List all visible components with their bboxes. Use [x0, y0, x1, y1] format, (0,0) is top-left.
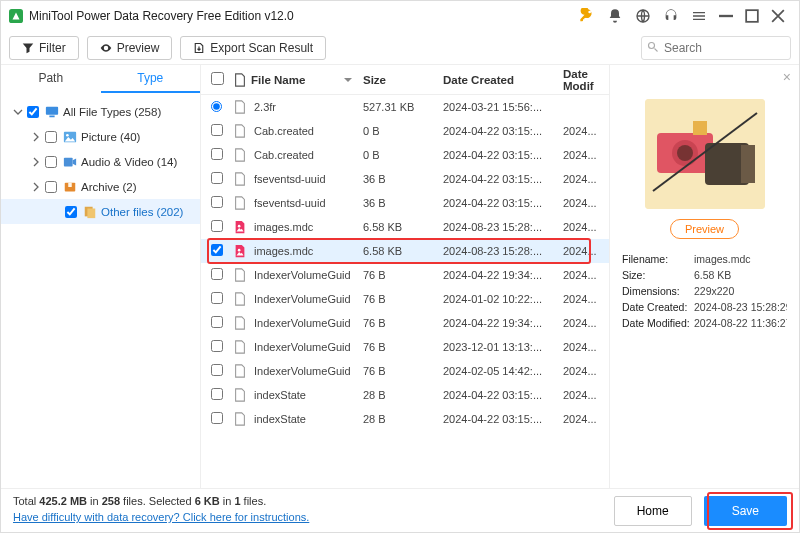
- close-preview-button[interactable]: ×: [783, 69, 791, 85]
- table-body[interactable]: 2.3fr527.31 KB2024-03-21 15:56:...Cab.cr…: [201, 95, 609, 488]
- svg-rect-9: [64, 157, 73, 166]
- status-summary: Total 425.2 MB in 258 files. Selected 6 …: [13, 495, 266, 507]
- svg-rect-3: [746, 10, 758, 22]
- row-check[interactable]: [211, 244, 223, 256]
- save-button[interactable]: Save: [704, 496, 787, 526]
- row-check[interactable]: [211, 220, 223, 232]
- file-date-modified: 2024...: [563, 125, 609, 137]
- tree-archive-check[interactable]: [45, 181, 57, 193]
- col-name-label[interactable]: File Name: [251, 74, 305, 86]
- table-row[interactable]: fseventsd-uuid36 B2024-04-22 03:15:...20…: [201, 167, 609, 191]
- table-row[interactable]: 2.3fr527.31 KB2024-03-21 15:56:...: [201, 95, 609, 119]
- tree-other-check[interactable]: [65, 206, 77, 218]
- row-check[interactable]: [211, 148, 223, 160]
- export-button[interactable]: Export Scan Result: [180, 36, 326, 60]
- globe-icon[interactable]: [635, 8, 651, 24]
- file-size: 0 B: [363, 149, 443, 161]
- table-row[interactable]: indexState28 B2024-04-22 03:15:...2024..…: [201, 407, 609, 431]
- meta-dm-v: 2024-08-22 11:36:27: [694, 317, 787, 329]
- row-check[interactable]: [211, 364, 223, 376]
- monitor-icon: [45, 105, 59, 119]
- tree-other-files[interactable]: Other files (202): [1, 199, 200, 224]
- file-size: 6.58 KB: [363, 221, 443, 233]
- tree-archive-label: Archive (2): [81, 181, 137, 193]
- file-date-created: 2024-04-22 03:15:...: [443, 389, 563, 401]
- file-size: 76 B: [363, 365, 443, 377]
- svg-point-15: [238, 249, 241, 252]
- file-icon: [233, 73, 247, 87]
- table-row[interactable]: images.mdc6.58 KB2024-08-23 15:28:...202…: [201, 215, 609, 239]
- svg-rect-13: [87, 208, 95, 218]
- file-date-modified: 2024...: [563, 173, 609, 185]
- row-check[interactable]: [211, 196, 223, 208]
- bell-icon[interactable]: [607, 8, 623, 24]
- table-row[interactable]: IndexerVolumeGuid76 B2024-04-22 19:34:..…: [201, 311, 609, 335]
- tree-picture-check[interactable]: [45, 131, 57, 143]
- tree-archive[interactable]: Archive (2): [1, 174, 200, 199]
- file-date-modified: 2024...: [563, 317, 609, 329]
- headset-icon[interactable]: [663, 8, 679, 24]
- row-check[interactable]: [211, 388, 223, 400]
- table-row[interactable]: IndexerVolumeGuid76 B2024-01-02 10:22:..…: [201, 287, 609, 311]
- type-tree: All File Types (258) Picture (40) Audio …: [1, 93, 200, 230]
- file-size: 527.31 KB: [363, 101, 443, 113]
- app-window: MiniTool Power Data Recovery Free Editio…: [0, 0, 800, 533]
- camera-film-icon: [645, 99, 765, 209]
- tree-root-check[interactable]: [27, 106, 39, 118]
- file-date-modified: 2024...: [563, 341, 609, 353]
- row-check[interactable]: [211, 172, 223, 184]
- table-row[interactable]: Cab.created0 B2024-04-22 03:15:...2024..…: [201, 119, 609, 143]
- search-input[interactable]: [641, 36, 791, 60]
- row-check[interactable]: [211, 124, 223, 136]
- file-date-modified: 2024...: [563, 197, 609, 209]
- filter-button[interactable]: Filter: [9, 36, 79, 60]
- tree-av-check[interactable]: [45, 156, 57, 168]
- table-row[interactable]: Cab.created0 B2024-04-22 03:15:...2024..…: [201, 143, 609, 167]
- table-row[interactable]: IndexerVolumeGuid76 B2023-12-01 13:13:..…: [201, 335, 609, 359]
- toolbar: Filter Preview Export Scan Result: [1, 31, 799, 65]
- key-icon[interactable]: [579, 8, 595, 24]
- svg-rect-6: [49, 115, 54, 117]
- file-date-created: 2024-02-05 14:42:...: [443, 365, 563, 377]
- maximize-icon[interactable]: [745, 9, 759, 23]
- tab-path[interactable]: Path: [1, 65, 101, 93]
- row-radio[interactable]: [211, 101, 222, 112]
- minimize-icon[interactable]: [719, 9, 733, 23]
- row-check[interactable]: [211, 316, 223, 328]
- preview-button[interactable]: Preview: [87, 36, 173, 60]
- row-check[interactable]: [211, 268, 223, 280]
- table-row[interactable]: IndexerVolumeGuid76 B2024-04-22 19:34:..…: [201, 263, 609, 287]
- help-link[interactable]: Have difficulty with data recovery? Clic…: [13, 511, 309, 523]
- file-date-modified: 2024...: [563, 269, 609, 281]
- close-icon[interactable]: [771, 9, 785, 23]
- preview-file-button[interactable]: Preview: [670, 219, 739, 239]
- picture-icon: [63, 130, 77, 144]
- tree-picture[interactable]: Picture (40): [1, 124, 200, 149]
- col-size-label[interactable]: Size: [363, 74, 443, 86]
- row-check[interactable]: [211, 412, 223, 424]
- sort-icon[interactable]: [343, 75, 353, 85]
- file-date-modified: 2024...: [563, 413, 609, 425]
- col-date-created-label[interactable]: Date Created: [443, 74, 563, 86]
- file-name: images.mdc: [254, 245, 313, 257]
- table-row[interactable]: IndexerVolumeGuid76 B2024-02-05 14:42:..…: [201, 359, 609, 383]
- table-row[interactable]: fseventsd-uuid36 B2024-04-22 03:15:...20…: [201, 191, 609, 215]
- search-field-wrap: [641, 36, 791, 60]
- table-row[interactable]: images.mdc6.58 KB2024-08-23 15:28:...202…: [201, 239, 609, 263]
- file-date-created: 2024-04-22 03:15:...: [443, 125, 563, 137]
- tab-type[interactable]: Type: [101, 65, 201, 93]
- file-name: 2.3fr: [254, 101, 276, 113]
- meta-dim-v: 229x220: [694, 285, 787, 297]
- tree-av[interactable]: Audio & Video (14): [1, 149, 200, 174]
- table-row[interactable]: indexState28 B2024-04-22 03:15:...2024..…: [201, 383, 609, 407]
- row-check[interactable]: [211, 292, 223, 304]
- menu-icon[interactable]: [691, 8, 707, 24]
- tree-root[interactable]: All File Types (258): [1, 99, 200, 124]
- file-date-created: 2024-04-22 03:15:...: [443, 413, 563, 425]
- home-button[interactable]: Home: [614, 496, 692, 526]
- svg-rect-11: [68, 182, 72, 186]
- row-check[interactable]: [211, 340, 223, 352]
- meta-dim-k: Dimensions:: [622, 285, 694, 297]
- col-date-modified-label[interactable]: Date Modif: [563, 68, 609, 92]
- select-all-check[interactable]: [211, 72, 224, 85]
